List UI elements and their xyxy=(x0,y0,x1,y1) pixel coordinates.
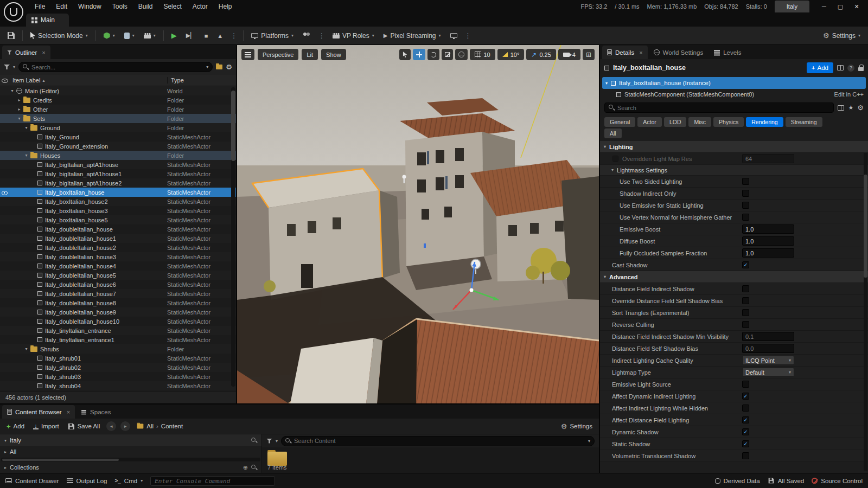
scale-snap-control[interactable]: ↗0.25 xyxy=(526,49,556,60)
scale-snap-value[interactable]: 0.25 xyxy=(539,52,551,58)
details-tab[interactable]: Details × xyxy=(602,46,648,59)
checkbox-distance-field-indirect-shadow[interactable] xyxy=(742,285,749,292)
checkbox-cast-shadow[interactable]: ✓ xyxy=(742,261,749,268)
outliner-row-italy-ground-extension[interactable]: Italy_Ground_extensionStaticMeshActor xyxy=(0,142,236,151)
visibility-eye-icon[interactable] xyxy=(0,335,9,344)
content-browser-tab[interactable]: Content Browser × xyxy=(2,405,75,419)
selection-mode-dropdown[interactable]: Selection Mode ▾ xyxy=(27,29,91,42)
chevron-down-icon[interactable]: ▾ xyxy=(4,438,7,443)
visibility-eye-icon[interactable] xyxy=(0,298,9,307)
cb-searchbox[interactable]: ▾ xyxy=(281,436,595,446)
visibility-eye-icon[interactable] xyxy=(0,289,9,298)
visibility-eye-icon[interactable] xyxy=(0,169,9,178)
close-tab-icon[interactable]: × xyxy=(639,49,642,56)
close-tab-icon[interactable]: × xyxy=(42,49,45,56)
outliner-row-italy-tinyitalian-entrance1[interactable]: Italy_tinyItalian_entrance1StaticMeshAct… xyxy=(0,335,236,344)
filter-general[interactable]: General xyxy=(604,117,635,127)
outliner-row-italy-doubleitalian-house6[interactable]: Italy_doubleItalian_house6StaticMeshActo… xyxy=(0,280,236,289)
all-saved-button[interactable]: All Saved xyxy=(768,477,805,484)
chevron-down-icon[interactable]: ▾ xyxy=(13,65,15,69)
visibility-eye-icon[interactable] xyxy=(0,206,9,215)
expander-icon[interactable]: ▾ xyxy=(16,116,22,121)
history-forward-button[interactable]: ▸ xyxy=(120,421,130,431)
visibility-eye-icon[interactable] xyxy=(0,261,9,271)
maximize-viewport-button[interactable]: ⊞ xyxy=(583,49,595,60)
section-lighting[interactable]: ▾Lighting xyxy=(600,141,868,153)
input-distance-field-indirect-shadow-min-visibility[interactable]: 0.1 xyxy=(742,332,794,341)
platforms-dropdown[interactable]: Platforms ▾ xyxy=(248,29,297,42)
section-advanced[interactable]: ▾Advanced xyxy=(600,271,868,283)
rotate-tool-button[interactable] xyxy=(427,49,439,60)
settings-dropdown[interactable]: ⚙ Settings ▾ xyxy=(820,29,864,42)
checkbox-dynamic-shadow[interactable]: ✓ xyxy=(742,428,749,435)
outliner-row-italy-bigitalian-apta1house1[interactable]: Italy_bigItalian_aptA1house1StaticMeshAc… xyxy=(0,169,236,178)
cinematics-button[interactable]: ▾ xyxy=(141,29,159,42)
visibility-eye-icon[interactable] xyxy=(0,344,9,354)
outliner-row-italy-doubleitalian-house8[interactable]: Italy_doubleItalian_house8StaticMeshActo… xyxy=(0,298,236,307)
spaces-tab[interactable]: Spaces xyxy=(76,405,116,419)
filter-misc[interactable]: Misc xyxy=(688,117,711,127)
checkbox-reverse-culling[interactable] xyxy=(742,321,749,328)
filter-streaming[interactable]: Streaming xyxy=(786,117,822,127)
visibility-eye-icon[interactable] xyxy=(0,381,9,390)
multi-user-kebab[interactable]: ⋮ xyxy=(317,32,327,40)
source-control-button[interactable]: Source Control xyxy=(812,478,863,484)
breadcrumb-current[interactable]: Content xyxy=(161,423,183,429)
lock-icon[interactable] xyxy=(858,67,864,71)
outliner-row-italy-bigitalian-apta1house2[interactable]: Italy_bigItalian_aptA1house2StaticMeshAc… xyxy=(0,178,236,188)
visibility-eye-icon[interactable] xyxy=(0,390,9,391)
eject-button[interactable]: ▲ xyxy=(214,29,226,42)
outliner-row-italy-tinyitalian-entrance[interactable]: Italy_tinyItalian_entranceStaticMeshActo… xyxy=(0,326,236,335)
history-back-button[interactable]: ◂ xyxy=(106,421,116,431)
outliner-scroll-thumb[interactable] xyxy=(231,91,235,161)
type-column-header[interactable]: Type xyxy=(167,77,236,84)
maximize-button[interactable]: ▢ xyxy=(833,2,847,11)
help-icon[interactable]: ? xyxy=(847,65,854,72)
outliner-searchbox[interactable]: ▾ xyxy=(18,62,213,72)
console-command-input[interactable] xyxy=(150,476,275,486)
edit-in-cpp-link[interactable]: Edit in C++ xyxy=(834,91,864,98)
checkbox-affect-dynamic-indirect-lighting[interactable]: ✓ xyxy=(742,393,749,400)
outliner-row-italy-doubleitalian-house9[interactable]: Italy_doubleItalian_house9StaticMeshActo… xyxy=(0,307,236,317)
outliner-row-credits[interactable]: ▸CreditsFolder xyxy=(0,95,236,105)
outliner-row-italy-ground[interactable]: Italy_GroundStaticMeshActor xyxy=(0,132,236,142)
toolbar-overflow-kebab[interactable]: ⋮ xyxy=(463,32,473,40)
details-searchbox[interactable] xyxy=(604,102,834,113)
cb-add-button[interactable]: + Add xyxy=(4,422,27,431)
visibility-eye-icon[interactable] xyxy=(0,307,9,317)
viewport-menu-button[interactable] xyxy=(241,49,254,60)
checkbox-affect-indirect-lighting-while-hidden[interactable] xyxy=(742,404,749,412)
blueprints-button[interactable]: ▾ xyxy=(121,29,138,42)
cb-tree-collections[interactable]: ▸ Collections ⊕ xyxy=(0,462,261,473)
checkbox-shadow-indirect-only[interactable] xyxy=(742,190,749,197)
checkbox-volumetric-translucent-shadow[interactable] xyxy=(742,452,749,459)
visibility-eye-icon[interactable] xyxy=(0,123,9,132)
visibility-eye-icon[interactable] xyxy=(0,114,9,123)
viewport-scene[interactable] xyxy=(237,45,599,403)
cb-settings-button[interactable]: ⚙ Settings xyxy=(559,423,595,430)
visibility-eye-icon[interactable] xyxy=(0,142,9,151)
visibility-eye-icon[interactable] xyxy=(0,243,9,252)
visibility-eye-icon[interactable] xyxy=(0,160,9,169)
visibility-eye-icon[interactable] xyxy=(0,197,9,206)
world-space-toggle[interactable] xyxy=(455,49,468,60)
save-button[interactable] xyxy=(4,29,18,42)
checkbox-static-shadow[interactable]: ✓ xyxy=(742,440,749,447)
expander-icon[interactable]: ▾ xyxy=(23,125,29,130)
cb-import-button[interactable]: ↓ Import xyxy=(31,423,61,429)
checkbox-emissive-light-source[interactable] xyxy=(742,381,749,388)
outliner-row-italy-doubleitalian-house10[interactable]: Italy_doubleItalian_house10StaticMeshAct… xyxy=(0,317,236,326)
add-component-button[interactable]: + Add xyxy=(807,62,833,73)
expander-icon[interactable]: ▸ xyxy=(16,98,22,102)
filter-funnel-icon[interactable] xyxy=(266,439,272,444)
details-scrollbar[interactable] xyxy=(864,153,867,471)
outliner-row-italy-shrub02[interactable]: Italy_shrub02StaticMeshActor xyxy=(0,363,236,372)
checkbox-use-two-sided-lighting[interactable] xyxy=(742,178,749,185)
derived-data-button[interactable]: Derived Data xyxy=(715,478,760,484)
unreal-logo-icon[interactable] xyxy=(4,2,23,22)
cb-horizontal-scrollbar[interactable] xyxy=(1,458,260,461)
vp-roles-dropdown[interactable]: VP Roles ▾ xyxy=(329,29,378,42)
search-icon[interactable] xyxy=(251,438,257,444)
visibility-eye-icon[interactable] xyxy=(0,326,9,335)
visibility-eye-icon[interactable] xyxy=(0,354,9,363)
